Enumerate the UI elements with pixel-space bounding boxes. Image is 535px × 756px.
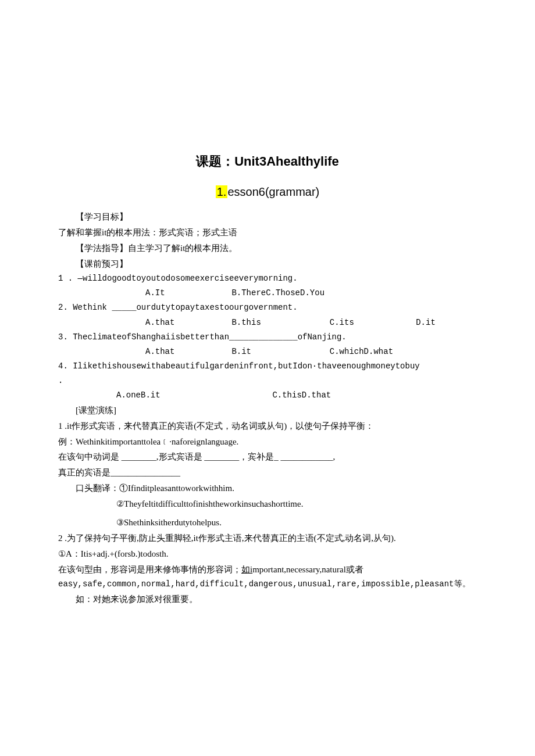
practice-2d: easy,safe,common,normal,hard,difficult,d… (58, 578, 477, 591)
oral-translation-1: 口头翻译：①Ifinditpleasanttoworkwithhim. (58, 481, 477, 496)
practice-1b: 例：Wethinkitimportanttolea﹝·naforeignlang… (58, 435, 477, 449)
lesson-subtitle: 1.esson6(grammar) (58, 182, 477, 202)
question-4-options: A.oneB.it C.thisD.that (58, 389, 477, 402)
question-4-dot: . (58, 374, 477, 388)
practice-2e: 如：对她来说参加派对很重要。 (58, 592, 477, 607)
option-c: C.its (330, 316, 411, 329)
oral-translation-3: ③Shethinksitherdutytohelpus. (58, 515, 477, 530)
option-cd: C.thisD.that (272, 390, 331, 400)
p2c-text-a: 在该句型由，形容词是用来修饰事情的形容词； (58, 565, 241, 574)
document-page: 课题：Unit3Ahealthylife 1.esson6(grammar) 【… (0, 0, 535, 666)
practice-2a: 2 .为了保持句子平衡,防止头重脚轻,it作形式主语,来代替真正的主语(不定式,… (58, 531, 477, 546)
goal-text: 了解和掌握it的根本用法：形式宾语；形式主语 (58, 225, 477, 240)
question-2: 2. Wethink _____ourdutytopaytaxestoourgo… (58, 301, 477, 314)
section-heading-guide: 【学法指导】自主学习了解it的根本用法。 (58, 241, 477, 256)
question-2-options: A.that B.this C.its D.it (58, 316, 477, 329)
question-3-options: A.that B.it C.whichD.what (58, 345, 477, 359)
subtitle-text: esson6(grammar) (227, 185, 319, 198)
practice-2c: 在该句型由，形容词是用来修饰事情的形容词；如important,necessar… (58, 562, 477, 577)
p2c-text-c: mportant,necessary,natural或者 (252, 565, 363, 574)
p2c-underline: 如i (241, 565, 252, 574)
practice-1a: 1 .it作形式宾语，来代替真正的宾语(不定式，动名词或从句)，以使句子保持平衡… (58, 419, 477, 433)
section-heading-practice: [课堂演练] (58, 403, 477, 418)
practice-1c: 在该句中动词是 ________,形式宾语是 ________，宾补是_ ___… (58, 450, 477, 464)
option-ab: A.oneB.it (116, 389, 268, 402)
question-1-options: A.It B.ThereC.ThoseD.You (58, 286, 477, 300)
practice-2b: ①A：Itis+adj.+(forsb.)todosth. (58, 547, 477, 561)
option-a: A.that (145, 316, 227, 329)
question-4: 4. Ilikethishousewithabeautifulgardeninf… (58, 360, 477, 373)
option-cd: C.whichD.what (330, 347, 393, 356)
question-3: 3. TheclimateofShanghaiisbetterthan_____… (58, 331, 477, 344)
oral-translation-2: ②Theyfeltitdifficulttofinishtheworkinsuc… (58, 497, 477, 511)
practice-1d: 真正的宾语是________________ (58, 465, 477, 480)
option-a: A.that (145, 345, 227, 359)
option-b: B.this (231, 316, 324, 329)
option-bcd: B.ThereC.ThoseD.You (231, 288, 324, 298)
question-1: 1 . —willdogoodtoyoutodosomeexerciseever… (58, 272, 477, 285)
section-heading-goal: 【学习目标】 (58, 210, 477, 224)
option-b: B.it (231, 345, 324, 359)
option-d: D.it (416, 318, 436, 327)
section-heading-preview: 【课前预习】 (58, 257, 477, 271)
option-a: A.It (145, 286, 227, 300)
highlight-number: 1. (216, 185, 228, 198)
lesson-title: 课题：Unit3Ahealthylife (58, 151, 477, 172)
